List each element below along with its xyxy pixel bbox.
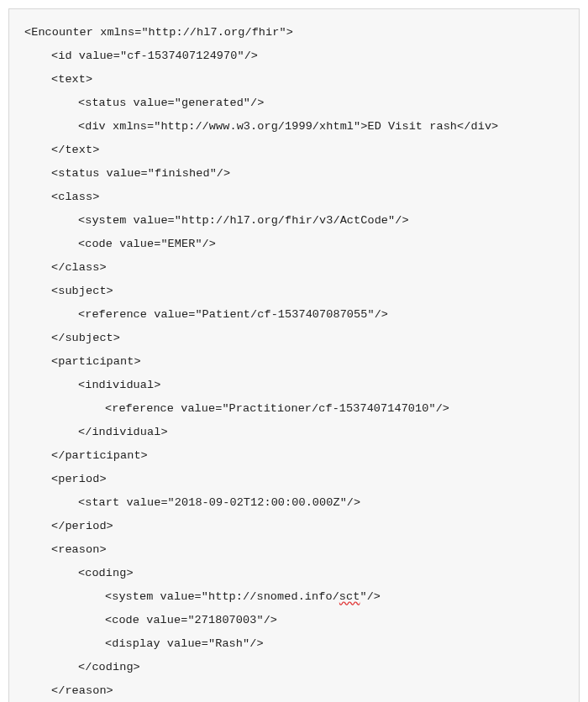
code-line: <Encounter xmlns="http://hl7.org/fhir"> [24,21,564,45]
code-line: <class> [24,186,564,209]
code-line: <div xmlns="http://www.w3.org/1999/xhtml… [24,115,564,139]
code-line: </reason> [24,679,564,702]
code-line: <system value="http://snomed.info/sct"/> [24,585,564,609]
code-line: <code value="271807003"/> [24,609,564,632]
code-line: <reason> [24,538,564,562]
code-line: <display value="Rash"/> [24,632,564,656]
code-line: </text> [24,139,564,162]
code-line: <status value="generated"/> [24,92,564,115]
code-block: <Encounter xmlns="http://hl7.org/fhir"> … [8,8,580,702]
code-line: <period> [24,468,564,491]
code-line: </period> [24,515,564,538]
code-line: <code value="EMER"/> [24,233,564,256]
code-line: <id value="cf-1537407124970"/> [24,45,564,68]
code-text: <system value="http://snomed.info/ [105,590,339,603]
code-line: <reference value="Practitioner/cf-153740… [24,397,564,421]
code-line: </coding> [24,656,564,679]
code-line: </participant> [24,444,564,468]
code-line: <individual> [24,374,564,397]
code-line: <start value="2018-09-02T12:00:00.000Z"/… [24,491,564,515]
code-line: <reference value="Patient/cf-15374070870… [24,303,564,327]
code-line: </individual> [24,421,564,444]
code-line: </subject> [24,327,564,350]
code-line: <status value="finished"/> [24,162,564,186]
code-line: <coding> [24,562,564,585]
spellcheck-underline: sct [339,590,360,603]
code-line: <system value="http://hl7.org/fhir/v3/Ac… [24,209,564,233]
code-line: <text> [24,68,564,92]
code-line: <participant> [24,350,564,374]
code-text: "/> [360,590,381,603]
code-line: <subject> [24,280,564,303]
code-line: </class> [24,256,564,280]
